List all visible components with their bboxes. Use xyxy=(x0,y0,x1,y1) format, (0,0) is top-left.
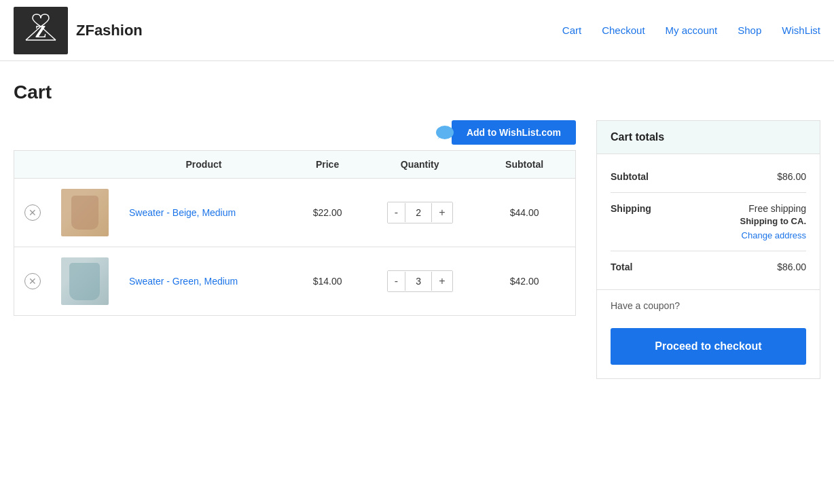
product-name-cell-1: Sweater - Beige, Medium xyxy=(119,179,289,247)
x-icon: ✕ xyxy=(29,276,37,287)
remove-cell-1: ✕ xyxy=(14,179,52,247)
change-address-link[interactable]: Change address xyxy=(740,230,807,240)
price-cell-2: $14.00 xyxy=(289,247,366,316)
subtotal-cell-2: $42.00 xyxy=(473,247,575,316)
subtotal-cell-1: $44.00 xyxy=(473,179,575,247)
cart-section: Add to WishList.com Product Price Quanti… xyxy=(14,120,576,316)
qty-increase-1-button[interactable]: + xyxy=(432,202,452,223)
nav-shop[interactable]: Shop xyxy=(738,24,761,36)
qty-cell-1: - 2 + xyxy=(366,179,473,247)
proceed-to-checkout-button[interactable]: Proceed to checkout xyxy=(611,328,806,365)
qty-decrease-2-button[interactable]: - xyxy=(388,271,405,291)
nav-myaccount[interactable]: My account xyxy=(666,24,718,36)
total-row: Total $86.00 xyxy=(611,251,806,283)
col-header-price: Price xyxy=(289,151,366,179)
totals-body: Subtotal $86.00 Shipping Free shipping S… xyxy=(597,154,820,289)
coupon-section: Have a coupon? xyxy=(597,289,820,328)
price-cell-1: $22.00 xyxy=(289,179,366,247)
nav-cart[interactable]: Cart xyxy=(562,24,581,36)
speech-bubble-icon xyxy=(435,124,454,141)
col-header-image xyxy=(51,151,119,179)
main-content: Cart Add to WishList.com xyxy=(0,61,834,393)
qty-value-2: 3 xyxy=(405,272,432,291)
shipping-free-text: Free shipping xyxy=(740,203,807,214)
header: Z ZFashion Cart Checkout My account Shop… xyxy=(0,0,834,61)
product-link-1[interactable]: Sweater - Beige, Medium xyxy=(129,207,236,218)
subtotal-label: Subtotal xyxy=(611,171,665,182)
qty-decrease-1-button[interactable]: - xyxy=(388,202,405,223)
qty-value-1: 2 xyxy=(405,203,432,222)
product-name-cell-2: Sweater - Green, Medium xyxy=(119,247,289,316)
shipping-value: Free shipping Shipping to CA. Change add… xyxy=(740,203,807,240)
product-image-1 xyxy=(61,189,109,236)
table-header-row: Product Price Quantity Subtotal xyxy=(14,151,576,179)
shipping-country: CA. xyxy=(791,216,806,226)
shipping-row: Shipping Free shipping Shipping to CA. C… xyxy=(611,193,806,251)
content-layout: Add to WishList.com Product Price Quanti… xyxy=(14,120,820,379)
brand-name: ZFashion xyxy=(76,22,143,39)
image-cell-1 xyxy=(51,179,119,247)
qty-cell-2: - 3 + xyxy=(366,247,473,316)
shipping-to-text: Shipping to CA. xyxy=(740,216,807,226)
qty-control-1: - 2 + xyxy=(387,202,453,223)
subtotal-value: $86.00 xyxy=(777,171,806,182)
qty-increase-2-button[interactable]: + xyxy=(432,271,452,291)
col-header-product: Product xyxy=(119,151,289,179)
subtotal-row: Subtotal $86.00 xyxy=(611,161,806,193)
col-header-quantity: Quantity xyxy=(366,151,473,179)
image-cell-2 xyxy=(51,247,119,316)
shipping-to-label: Shipping to xyxy=(740,216,788,226)
cart-totals-title: Cart totals xyxy=(597,121,820,154)
x-icon: ✕ xyxy=(29,207,37,218)
page-title: Cart xyxy=(14,82,820,103)
total-label: Total xyxy=(611,262,665,272)
brand-logo[interactable]: Z xyxy=(14,7,68,54)
shipping-label: Shipping xyxy=(611,203,665,214)
col-header-remove xyxy=(14,151,52,179)
logo-area: Z ZFashion xyxy=(14,7,143,54)
cart-table: Product Price Quantity Subtotal ✕ xyxy=(14,150,576,316)
col-header-subtotal: Subtotal xyxy=(473,151,575,179)
total-value: $86.00 xyxy=(777,262,806,272)
main-nav: Cart Checkout My account Shop WishList xyxy=(562,24,820,36)
table-row: ✕ Sweater - Green, Medium $14.00 - xyxy=(14,247,576,316)
product-link-2[interactable]: Sweater - Green, Medium xyxy=(129,276,238,287)
table-row: ✕ Sweater - Beige, Medium $22.00 - xyxy=(14,179,576,247)
qty-control-2: - 3 + xyxy=(387,270,453,292)
nav-checkout[interactable]: Checkout xyxy=(602,24,645,36)
coupon-text: Have a coupon? xyxy=(611,300,806,311)
remove-item-1-button[interactable]: ✕ xyxy=(24,204,41,221)
nav-wishlist[interactable]: WishList xyxy=(782,24,820,36)
add-to-wishlist-button[interactable]: Add to WishList.com xyxy=(452,120,576,145)
product-image-2 xyxy=(61,257,109,305)
remove-cell-2: ✕ xyxy=(14,247,52,316)
wishlist-area: Add to WishList.com xyxy=(14,120,576,145)
svg-point-4 xyxy=(436,126,454,139)
remove-item-2-button[interactable]: ✕ xyxy=(24,273,41,289)
svg-text:Z: Z xyxy=(35,22,46,41)
cart-totals-panel: Cart totals Subtotal $86.00 Shipping Fre… xyxy=(596,120,820,379)
